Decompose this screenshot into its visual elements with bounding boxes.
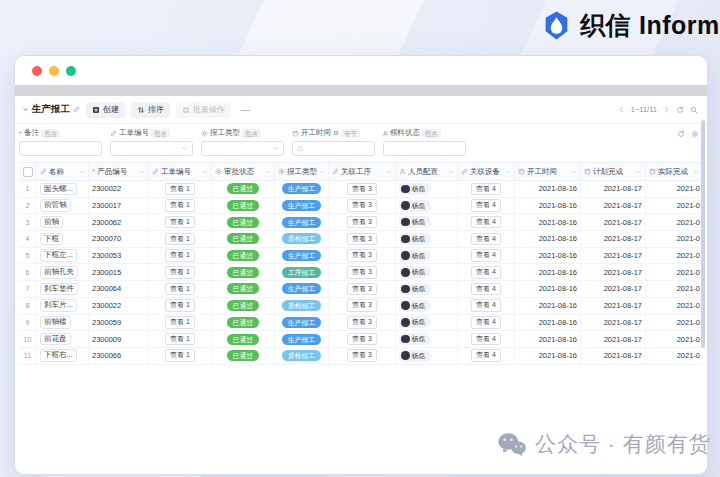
chevron-down-icon[interactable] xyxy=(265,169,271,175)
name-tag[interactable]: 下框 xyxy=(40,233,63,246)
work-order-view-button[interactable]: 查看 1 xyxy=(165,333,195,346)
equipment-view-button[interactable]: 查看 4 xyxy=(471,333,501,346)
chevron-down-icon[interactable] xyxy=(202,169,208,175)
filter-note-operator[interactable]: 包含 xyxy=(41,129,60,138)
person-chip[interactable]: 杨磊 xyxy=(399,350,431,362)
name-tag[interactable]: 前轴 xyxy=(40,216,63,229)
person-chip[interactable]: 杨磊 xyxy=(399,250,431,262)
filter-work-order-operator[interactable]: 包含 xyxy=(151,129,170,138)
name-tag[interactable]: 前管轴 xyxy=(40,199,71,212)
name-tag[interactable]: 下框右... xyxy=(40,349,77,362)
chevron-down-icon[interactable] xyxy=(636,169,642,175)
table-row[interactable]: 5 下框左... 2300053 查看 1 已通过 生产报工 查看 3 杨磊 查… xyxy=(19,248,703,265)
filter-start-time-input[interactable] xyxy=(292,141,375,156)
chevron-down-icon[interactable] xyxy=(505,169,511,175)
minimize-window-button[interactable] xyxy=(49,66,59,76)
filter-mode-icon[interactable] xyxy=(333,130,339,136)
equipment-view-button[interactable]: 查看 4 xyxy=(471,216,501,229)
search-icon[interactable] xyxy=(690,106,698,114)
person-chip[interactable]: 杨磊 xyxy=(399,200,431,212)
filter-report-type-select[interactable] xyxy=(201,141,284,156)
column-header-2[interactable]: 工单编号 xyxy=(149,163,212,180)
equipment-view-button[interactable]: 查看 4 xyxy=(471,266,501,279)
process-view-button[interactable]: 查看 3 xyxy=(347,266,377,279)
share-link-icon[interactable] xyxy=(73,106,80,113)
column-header-0[interactable]: 名称 xyxy=(37,163,89,180)
process-view-button[interactable]: 查看 3 xyxy=(347,183,377,196)
work-order-view-button[interactable]: 查看 1 xyxy=(165,249,195,262)
column-header-3[interactable]: 审批状态 xyxy=(212,163,275,180)
close-window-button[interactable] xyxy=(32,66,42,76)
table-row[interactable]: 6 前轴孔夹 2300015 查看 1 已通过 工序报工 查看 3 杨磊 查看 … xyxy=(19,264,703,281)
name-tag[interactable]: 前花盘 xyxy=(40,333,71,346)
chevron-down-icon[interactable] xyxy=(693,169,699,175)
person-chip[interactable]: 杨磊 xyxy=(399,233,431,245)
name-tag[interactable]: 前轴槛 xyxy=(40,316,71,329)
filter-note-input[interactable] xyxy=(19,141,102,156)
filter-material-status-input[interactable] xyxy=(383,141,466,156)
more-menu-button[interactable]: — xyxy=(237,105,254,115)
work-order-view-button[interactable]: 查看 1 xyxy=(165,233,195,246)
equipment-view-button[interactable]: 查看 4 xyxy=(471,249,501,262)
column-header-10[interactable]: 实际完成 xyxy=(646,163,703,180)
batch-actions-button[interactable]: 批量操作 xyxy=(176,102,231,118)
create-button[interactable]: 创建 xyxy=(86,102,125,118)
table-row[interactable]: 8 刹车片... 2300022 查看 1 已通过 质检报工 查看 3 杨磊 查… xyxy=(19,298,703,315)
work-order-view-button[interactable]: 查看 1 xyxy=(165,199,195,212)
process-view-button[interactable]: 查看 3 xyxy=(347,299,377,312)
filter-report-type-operator[interactable]: 包含 xyxy=(242,129,261,138)
work-order-view-button[interactable]: 查看 1 xyxy=(165,216,195,229)
work-order-view-button[interactable]: 查看 1 xyxy=(165,299,195,312)
table-row[interactable]: 11 下框右... 2300066 查看 1 已通过 质检报工 查看 3 杨磊 … xyxy=(19,348,703,365)
collapse-chevron-icon[interactable] xyxy=(22,106,29,113)
next-page-icon[interactable] xyxy=(663,106,670,113)
column-header-8[interactable]: 开工时间 xyxy=(515,163,581,180)
work-order-view-button[interactable]: 查看 1 xyxy=(165,283,195,296)
equipment-view-button[interactable]: 查看 4 xyxy=(471,316,501,329)
process-view-button[interactable]: 查看 3 xyxy=(347,199,377,212)
gear-icon[interactable] xyxy=(691,130,699,138)
refresh-icon[interactable] xyxy=(676,106,684,114)
work-order-view-button[interactable]: 查看 1 xyxy=(165,183,195,196)
column-header-5[interactable]: 关联工序 xyxy=(329,163,396,180)
equipment-view-button[interactable]: 查看 4 xyxy=(471,283,501,296)
table-row[interactable]: 1 圆头螺... 2300022 查看 1 已通过 生产报工 查看 3 杨磊 查… xyxy=(19,181,703,198)
equipment-view-button[interactable]: 查看 4 xyxy=(471,199,501,212)
column-header-7[interactable]: 关联设备 xyxy=(458,163,515,180)
process-view-button[interactable]: 查看 3 xyxy=(347,349,377,362)
table-row[interactable]: 4 下框 2300070 查看 1 已通过 质检报工 查看 3 杨磊 查看 4 … xyxy=(19,231,703,248)
person-chip[interactable]: 杨磊 xyxy=(399,316,431,328)
process-view-button[interactable]: 查看 3 xyxy=(347,333,377,346)
process-view-button[interactable]: 查看 3 xyxy=(347,249,377,262)
view-title-group[interactable]: 生产报工 xyxy=(22,103,80,116)
person-chip[interactable]: 杨磊 xyxy=(399,283,431,295)
equipment-view-button[interactable]: 查看 4 xyxy=(471,233,501,246)
process-view-button[interactable]: 查看 3 xyxy=(347,316,377,329)
person-chip[interactable]: 杨磊 xyxy=(399,266,431,278)
chevron-down-icon[interactable] xyxy=(79,169,85,175)
chevron-down-icon[interactable] xyxy=(319,169,325,175)
process-view-button[interactable]: 查看 3 xyxy=(347,216,377,229)
name-tag[interactable]: 圆头螺... xyxy=(40,183,77,196)
name-tag[interactable]: 前轴孔夹 xyxy=(40,266,78,279)
person-chip[interactable]: 杨磊 xyxy=(399,183,431,195)
equipment-view-button[interactable]: 查看 4 xyxy=(471,183,501,196)
chevron-down-icon[interactable] xyxy=(448,169,454,175)
table-row[interactable]: 3 前轴 2300062 查看 1 已通过 生产报工 查看 3 杨磊 查看 4 … xyxy=(19,214,703,231)
table-row[interactable]: 10 前花盘 2300009 查看 1 已通过 生产报工 查看 3 杨磊 查看 … xyxy=(19,331,703,348)
maximize-window-button[interactable] xyxy=(66,66,76,76)
process-view-button[interactable]: 查看 3 xyxy=(347,233,377,246)
chevron-down-icon[interactable] xyxy=(571,169,577,175)
column-header-4[interactable]: 报工类型 xyxy=(275,163,329,180)
refresh-icon[interactable] xyxy=(677,130,685,138)
column-header-6[interactable]: 人员配置 xyxy=(396,163,458,180)
table-row[interactable]: 7 刹车垫件 2300064 查看 1 已通过 生产报工 查看 3 杨磊 查看 … xyxy=(19,281,703,298)
filter-start-time-operator[interactable]: 等于 xyxy=(341,129,360,138)
table-row[interactable]: 9 前轴槛 2300059 查看 1 已通过 生产报工 查看 3 杨磊 查看 4… xyxy=(19,315,703,332)
work-order-view-button[interactable]: 查看 1 xyxy=(165,349,195,362)
work-order-view-button[interactable]: 查看 1 xyxy=(165,316,195,329)
name-tag[interactable]: 下框左... xyxy=(40,249,77,262)
process-view-button[interactable]: 查看 3 xyxy=(347,283,377,296)
name-tag[interactable]: 刹车垫件 xyxy=(40,283,78,296)
table-row[interactable]: 2 前管轴 2300017 查看 1 已通过 生产报工 查看 3 杨磊 查看 4… xyxy=(19,198,703,215)
